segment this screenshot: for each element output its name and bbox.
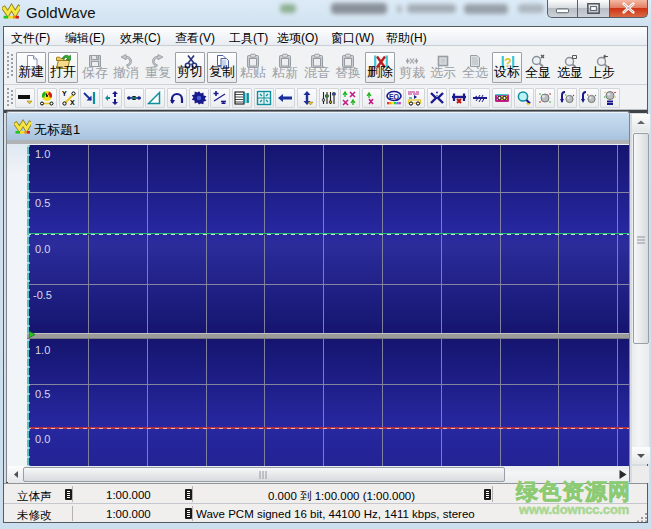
svg-text:Y: Y: [62, 90, 67, 97]
svg-text:X: X: [70, 99, 75, 106]
svg-text:EQ: EQ: [389, 93, 400, 101]
